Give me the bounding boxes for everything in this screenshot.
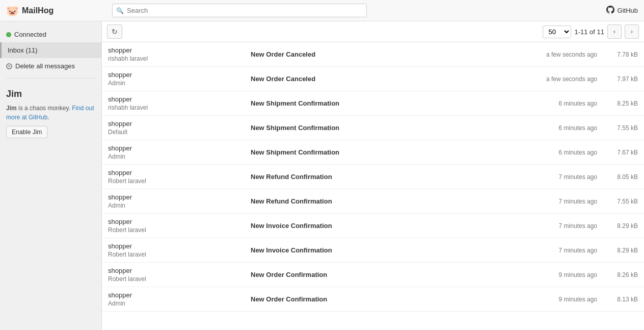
- github-link[interactable]: GitHub: [606, 6, 638, 16]
- email-time: 6 minutes ago: [559, 124, 597, 132]
- email-size-col: 8.13 kB: [603, 287, 644, 311]
- next-page-button[interactable]: ›: [625, 24, 639, 39]
- email-subject-col: New Invoice Confirmation: [245, 238, 522, 262]
- email-row[interactable]: shopper Admin New Order Canceled a few s…: [102, 67, 644, 91]
- email-size: 7.55 kB: [617, 124, 638, 132]
- email-time-col: 9 minutes ago: [522, 263, 603, 287]
- toolbar: ↻ 50 25 10 100 1-11 of 11 ‹ ›: [102, 21, 644, 42]
- sender-name: shopper: [108, 242, 238, 250]
- email-time-col: 6 minutes ago: [522, 140, 603, 164]
- email-size-col: 8.05 kB: [603, 165, 644, 189]
- email-subject-col: New Shipment Confirmation: [245, 140, 522, 164]
- email-subject: New Order Confirmation: [251, 295, 327, 303]
- prev-page-button[interactable]: ‹: [607, 24, 622, 39]
- email-time-col: a few seconds ago: [522, 67, 603, 91]
- jim-link[interactable]: Find out more at GitHub: [6, 105, 94, 121]
- connected-label: Connected: [14, 31, 46, 38]
- email-size-col: 7.55 kB: [603, 116, 644, 140]
- sender-sub: Default: [108, 129, 238, 136]
- github-label: GitHub: [618, 7, 638, 14]
- logo-text: MailHog: [22, 6, 53, 15]
- email-row[interactable]: shopper rishabh laravel New Shipment Con…: [102, 91, 644, 116]
- sender-sub: Admin: [108, 80, 238, 87]
- delete-label: Delete all messages: [15, 62, 75, 70]
- sidebar-divider: [6, 78, 95, 79]
- email-size: 8.25 kB: [617, 100, 638, 107]
- sender-name: shopper: [108, 218, 238, 225]
- delete-icon: ✕: [6, 63, 12, 69]
- sender-sub: rishabh laravel: [108, 104, 238, 111]
- email-sender-col: shopper Admin: [102, 140, 245, 164]
- email-size: 8.05 kB: [617, 173, 638, 181]
- sidebar-item-inbox[interactable]: Inbox (11): [0, 42, 101, 58]
- email-subject-col: New Refund Confirmation: [245, 189, 522, 213]
- jim-name: Jim: [6, 105, 17, 112]
- email-time-col: 9 minutes ago: [522, 287, 603, 311]
- jim-description: Jim is a chaos monkey. Find out more at …: [6, 104, 95, 122]
- sender-sub: Robert laravel: [108, 226, 238, 234]
- sender-name: shopper: [108, 169, 238, 176]
- email-size-col: 8.25 kB: [603, 91, 644, 115]
- logo-icon: 🐷: [6, 5, 19, 17]
- toolbar-left: ↻: [107, 24, 122, 39]
- email-row[interactable]: shopper Robert laravel New Refund Confir…: [102, 165, 644, 189]
- email-size: 8.26 kB: [617, 271, 638, 278]
- email-time: 6 minutes ago: [559, 100, 597, 107]
- content-area: ↻ 50 25 10 100 1-11 of 11 ‹ › shopper: [102, 21, 644, 330]
- email-time: 9 minutes ago: [559, 271, 597, 278]
- email-time: a few seconds ago: [546, 51, 597, 58]
- email-subject: New Shipment Confirmation: [251, 99, 339, 107]
- email-row[interactable]: shopper Robert laravel New Invoice Confi…: [102, 238, 644, 263]
- logo-area: 🐷 MailHog: [6, 5, 108, 17]
- per-page-select[interactable]: 50 25 10 100: [543, 26, 571, 38]
- email-time-col: 7 minutes ago: [522, 214, 603, 238]
- refresh-button[interactable]: ↻: [107, 24, 122, 39]
- email-time-col: 6 minutes ago: [522, 91, 603, 115]
- email-time: 6 minutes ago: [559, 149, 597, 156]
- email-sender-col: shopper Robert laravel: [102, 238, 245, 262]
- email-row[interactable]: shopper Robert laravel New Order Confirm…: [102, 263, 644, 287]
- email-subject-col: New Order Canceled: [245, 67, 522, 91]
- email-row[interactable]: shopper Admin New Shipment Confirmation …: [102, 140, 644, 165]
- email-sender-col: shopper Default: [102, 116, 245, 140]
- email-size: 7.55 kB: [617, 198, 638, 205]
- sender-sub: Robert laravel: [108, 275, 238, 283]
- email-list: shopper rishabh laravel New Order Cancel…: [102, 42, 644, 330]
- sender-name: shopper: [108, 144, 238, 152]
- email-size-col: 7.67 kB: [603, 140, 644, 164]
- email-size-col: 7.78 kB: [603, 42, 644, 66]
- email-subject: New Shipment Confirmation: [251, 124, 339, 132]
- sender-name: shopper: [108, 267, 238, 274]
- enable-jim-button[interactable]: Enable Jim: [6, 126, 47, 138]
- email-size: 7.67 kB: [617, 149, 638, 156]
- email-row[interactable]: shopper rishabh laravel New Order Cancel…: [102, 42, 644, 67]
- email-subject: New Order Canceled: [251, 50, 315, 58]
- email-subject: New Refund Confirmation: [251, 197, 332, 205]
- email-time: a few seconds ago: [546, 75, 597, 83]
- sender-sub: Admin: [108, 153, 238, 160]
- email-row[interactable]: shopper Robert laravel New Invoice Confi…: [102, 214, 644, 238]
- email-subject-col: New Shipment Confirmation: [245, 91, 522, 115]
- email-subject: New Refund Confirmation: [251, 173, 332, 181]
- email-subject: New Shipment Confirmation: [251, 148, 339, 156]
- search-input[interactable]: [112, 4, 367, 17]
- email-subject: New Order Canceled: [251, 75, 315, 83]
- email-row[interactable]: shopper Admin New Refund Confirmation 7 …: [102, 189, 644, 214]
- search-area: 🔍: [108, 4, 606, 17]
- email-row[interactable]: shopper Default New Shipment Confirmatio…: [102, 116, 644, 140]
- main-layout: Connected Inbox (11) ✕ Delete all messag…: [0, 21, 644, 330]
- email-subject-col: New Order Confirmation: [245, 263, 522, 287]
- sidebar-item-delete[interactable]: ✕ Delete all messages: [0, 58, 101, 74]
- email-subject-col: New Refund Confirmation: [245, 165, 522, 189]
- email-subject: New Invoice Confirmation: [251, 246, 332, 254]
- email-size-col: 7.97 kB: [603, 67, 644, 91]
- email-time: 7 minutes ago: [559, 173, 597, 181]
- sender-name: shopper: [108, 46, 238, 54]
- email-row[interactable]: shopper Admin New Order Confirmation 9 m…: [102, 287, 644, 312]
- email-time-col: a few seconds ago: [522, 42, 603, 66]
- search-wrapper: 🔍: [112, 4, 367, 17]
- email-sender-col: shopper Robert laravel: [102, 263, 245, 287]
- email-sender-col: shopper Robert laravel: [102, 214, 245, 238]
- email-subject-col: New Order Confirmation: [245, 287, 522, 311]
- email-time: 7 minutes ago: [559, 198, 597, 205]
